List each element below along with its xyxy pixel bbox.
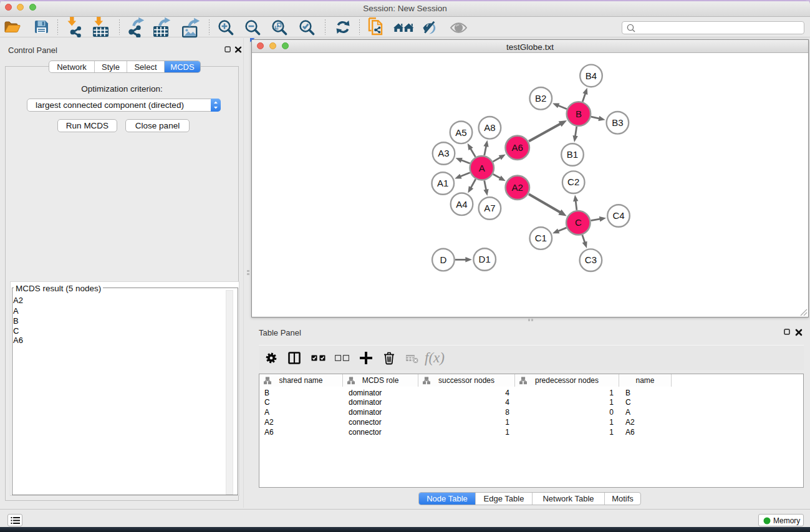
svg-text:A6: A6 [512, 142, 523, 153]
svg-text:f(x): f(x) [425, 351, 445, 365]
svg-text:C3: C3 [585, 254, 597, 265]
svg-text:C2: C2 [567, 177, 579, 187]
svg-text:A5: A5 [455, 127, 466, 138]
svg-text:C: C [575, 217, 582, 228]
svg-text:B: B [576, 109, 582, 119]
svg-text:B3: B3 [612, 117, 623, 128]
svg-text:A7: A7 [484, 203, 495, 213]
svg-text:A3: A3 [438, 148, 449, 158]
svg-text:D1: D1 [479, 254, 491, 264]
svg-text:C1: C1 [535, 233, 547, 243]
svg-text:B1: B1 [567, 149, 578, 160]
svg-text:A4: A4 [456, 199, 467, 210]
svg-text:B2: B2 [535, 93, 546, 104]
svg-text:C4: C4 [612, 210, 624, 221]
svg-text:A8: A8 [484, 122, 495, 133]
svg-text:A2: A2 [512, 182, 523, 193]
svg-text:A1: A1 [437, 178, 448, 188]
svg-text:A: A [479, 163, 485, 173]
svg-text:D: D [440, 254, 446, 265]
svg-text:B4: B4 [586, 70, 597, 81]
